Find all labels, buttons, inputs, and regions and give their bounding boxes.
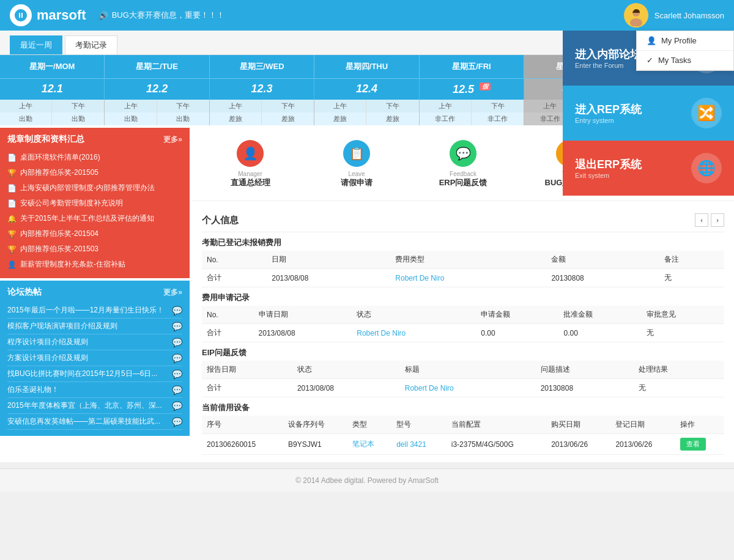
date-fri: 12.5 假 (420, 79, 524, 100)
tab-attendance-record[interactable]: 考勤记录 (65, 35, 117, 54)
forum-item-3[interactable]: 程序设计项目介绍及规则 💬 (7, 334, 182, 350)
status-header-tue: 上午 下午 (105, 100, 209, 112)
policy-item-8[interactable]: 👤 新薪管理制度补充条款-住宿补贴 (7, 257, 182, 272)
manager-label-cn: 直通总经理 (231, 177, 270, 188)
policy-item-6[interactable]: 🏆 内部推荐伯乐奖-201504 (7, 226, 182, 241)
policy-item-1[interactable]: 📄 桌面环境软件清单(2016) (7, 150, 182, 165)
policy-more-link[interactable]: 更多» (163, 134, 182, 145)
header-notice: 🔊 BUG大赛开赛信息，重要！！！ (98, 10, 224, 21)
panel-rep-button[interactable]: 进入REP系统 Entry system 🔀 (563, 86, 734, 141)
forum-item-4[interactable]: 方案设计项目介绍及规则 💬 (7, 350, 182, 366)
pm-label-tue: 下午 (157, 100, 209, 112)
col-no: No. (202, 251, 267, 269)
comment-icon-2: 💬 (172, 322, 182, 331)
forum-item-6[interactable]: 伯乐圣诞礼物！ 💬 (7, 382, 182, 398)
doc-icon-3: 📄 (7, 184, 17, 193)
action-leave[interactable]: 📋 Leave 请假申请 (305, 134, 409, 194)
my-profile-label: My Profile (661, 36, 697, 45)
eq-cell-type[interactable]: 笔记本 (347, 434, 391, 455)
policy-item-4[interactable]: 📄 安硕公司考勤管理制度补充说明 (7, 196, 182, 211)
my-tasks-item[interactable]: ✓ My Tasks (637, 51, 733, 70)
am-label-mon: 上午 (0, 100, 52, 112)
user-name: Scarlett Johamsson (654, 11, 724, 20)
action-feedback[interactable]: 💬 Feedback ERP问题反馈 (411, 134, 515, 194)
table-row: 合计 2013/08/08 Robert De Niro 20130808 无 (202, 379, 724, 397)
avatar (624, 3, 648, 28)
eq-cell-action[interactable]: 查看 (675, 434, 724, 455)
header: marsoft 🔊 BUG大赛开赛信息，重要！！！ Scarlett Joham… (0, 0, 734, 31)
exp-col-approved: 批准金额 (558, 306, 641, 324)
footer-text: © 2014 Adbee digital. Powered by AmarSof… (295, 476, 439, 485)
notice-text: BUG大赛开赛信息，重要！！！ (112, 10, 224, 21)
date-mon: 12.1 (0, 79, 105, 100)
cell-type[interactable]: Robert De Niro (390, 269, 546, 287)
eq-cell-reg-date: 2013/06/26 (610, 434, 675, 455)
comment-icon-1: 💬 (172, 306, 182, 315)
forum-hot-title: 论坛热帖 (7, 287, 42, 298)
status-header-fri: 上午 下午 (420, 100, 524, 112)
my-profile-item[interactable]: 👤 My Profile (637, 31, 733, 51)
next-arrow[interactable]: › (711, 213, 724, 227)
eip-title: EIP问题反馈 (202, 342, 724, 361)
tab-recent-week[interactable]: 最近一周 (10, 35, 62, 54)
day-header-tue: 星期二/TUE (105, 55, 209, 78)
policy-item-3[interactable]: 📄 上海安硕内部管理制度-内部推荐管理办法 (7, 180, 182, 196)
status-val-mon: 出勤 出勤 (0, 112, 105, 125)
am-val-thu: 差旅 (314, 112, 366, 125)
forum-hot-header: 论坛热帖 更多» (7, 287, 182, 298)
eip-cell-title[interactable]: Robert De Niro (400, 379, 536, 397)
eq-col-no: 序号 (202, 416, 283, 434)
eq-cell-config: i3-2375M/4G/500G (447, 434, 546, 455)
policy-item-2[interactable]: 🏆 内部推荐伯乐奖-201505 (7, 165, 182, 180)
policy-item-7[interactable]: 🏆 内部推荐伯乐奖-201503 (7, 241, 182, 257)
manager-icon: 👤 (237, 140, 264, 167)
nav-arrows: ‹ › (695, 213, 724, 227)
panel-exit-button[interactable]: 退出ERP系统 Exit system 🌐 (563, 141, 734, 196)
pm-label-thu: 下午 (366, 100, 418, 112)
eip-cell-date: 合计 (202, 379, 292, 397)
eip-cell-desc: 20130808 (536, 379, 634, 397)
unreported-table: No. 日期 费用类型 金额 备注 合计 2013/08/08 (202, 251, 724, 287)
comment-icon-6: 💬 (172, 385, 182, 395)
policy-item-5[interactable]: 🔔 关于2015年上半年工作总结及评估的通知 (7, 211, 182, 226)
eq-col-serial: 设备序列号 (283, 416, 347, 434)
main-container: 最近一周 考勤记录 星期一/MOM 星期二/TUE 星期三/WED 星期四/TH… (0, 31, 734, 462)
forum-item-2[interactable]: 模拟客户现场演讲项目介绍及规则 💬 (7, 319, 182, 334)
am-val-mon: 出勤 (0, 112, 52, 125)
am-val-wed: 差旅 (210, 112, 262, 125)
view-button[interactable]: 查看 (680, 438, 706, 451)
exp-cell-status[interactable]: Robert De Niro (352, 324, 476, 342)
footer: © 2014 Adbee digital. Powered by AmarSof… (0, 468, 734, 492)
doc-icon-4: 📄 (7, 199, 17, 208)
comment-icon-7: 💬 (172, 401, 182, 411)
forum-item-7[interactable]: 2015年年度体检事宜（上海、北京、苏州、深... 💬 (7, 398, 182, 414)
eq-cell-serial: B9YSJW1 (283, 434, 347, 455)
feedback-label-en: Feedback (450, 171, 476, 177)
equipment-table: 序号 设备序列号 类型 型号 当前配置 购买日期 登记日期 操作 (202, 416, 724, 455)
forum-more-link[interactable]: 更多» (163, 287, 182, 298)
forum-item-8[interactable]: 安硕信息再发英雄帖——第二届硕果技能比武... 💬 (7, 414, 182, 430)
profile-icon: 👤 (647, 36, 656, 45)
exp-cell-date: 2013/08/08 (254, 324, 352, 342)
eq-cell-model[interactable]: dell 3421 (391, 434, 447, 455)
day-header-wed: 星期三/WED (210, 55, 314, 78)
action-manager[interactable]: 👤 Manager 直通总经理 (198, 134, 302, 194)
speaker-icon: 🔊 (98, 11, 108, 20)
am-val-fri: 非工作 (420, 112, 472, 125)
status-val-fri: 非工作 非工作 (420, 112, 524, 125)
col-amount: 金额 (546, 251, 659, 269)
policy-header: 规章制度和资料汇总 更多» (7, 134, 182, 145)
forum-item-5[interactable]: 找BUG比拼比赛时间在2015年12月5日—6日... 💬 (7, 366, 182, 382)
prev-arrow[interactable]: ‹ (695, 213, 708, 227)
logo: marsoft (10, 4, 86, 26)
comment-icon-8: 💬 (172, 417, 182, 427)
forum-item-1[interactable]: 2015年最后一个月啦——12月寿量们生日快乐！ 💬 (7, 303, 182, 319)
eq-col-model: 型号 (391, 416, 447, 434)
comment-icon-5: 💬 (172, 369, 182, 379)
pm-val-wed: 差旅 (262, 112, 314, 125)
am-val-tue: 出勤 (105, 112, 157, 125)
doc-icon-8: 👤 (7, 260, 17, 269)
my-tasks-label: My Tasks (658, 56, 691, 65)
comment-icon-3: 💬 (172, 337, 182, 347)
exit-panel-icon: 🌐 (691, 153, 722, 183)
